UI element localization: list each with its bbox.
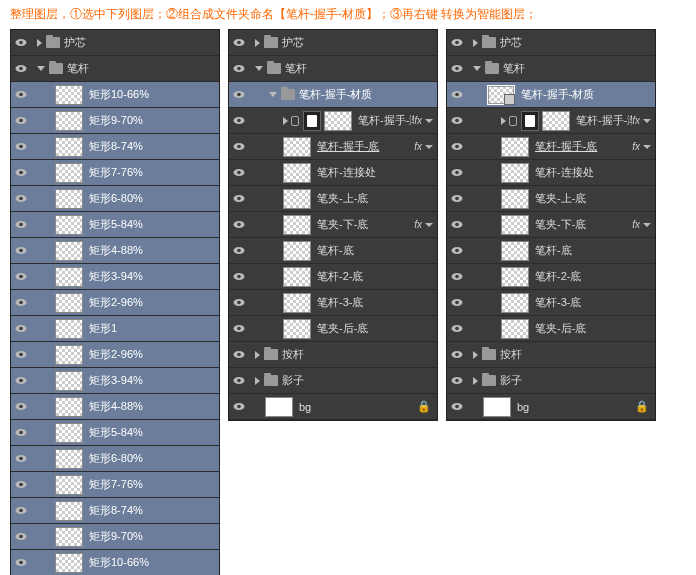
group-row[interactable]: 笔杆 bbox=[447, 56, 655, 82]
group-row[interactable]: 笔杆 bbox=[229, 56, 437, 82]
visibility-toggle[interactable] bbox=[11, 350, 31, 359]
layer-row[interactable]: 矩形3-94% bbox=[11, 368, 219, 394]
visibility-toggle[interactable] bbox=[11, 142, 31, 151]
visibility-toggle[interactable] bbox=[229, 38, 249, 47]
collapse-arrow-icon[interactable] bbox=[473, 66, 481, 71]
fx-chevron-icon[interactable] bbox=[643, 223, 651, 227]
visibility-toggle[interactable] bbox=[229, 402, 249, 411]
group-row-caizhi[interactable]: 笔杆-握手-材质 bbox=[229, 82, 437, 108]
layer-row[interactable]: 笔杆-连接处 bbox=[447, 160, 655, 186]
collapse-arrow-icon[interactable] bbox=[37, 66, 45, 71]
layer-row[interactable]: 矩形10-66% bbox=[11, 82, 219, 108]
group-row[interactable]: 影子 bbox=[229, 368, 437, 394]
expand-arrow-icon[interactable] bbox=[473, 39, 478, 47]
layer-row[interactable]: 矩形6-80% bbox=[11, 186, 219, 212]
visibility-toggle[interactable] bbox=[447, 402, 467, 411]
visibility-toggle[interactable] bbox=[11, 168, 31, 177]
fx-chevron-icon[interactable] bbox=[425, 223, 433, 227]
visibility-toggle[interactable] bbox=[11, 298, 31, 307]
visibility-toggle[interactable] bbox=[229, 272, 249, 281]
expand-arrow-icon[interactable] bbox=[473, 351, 478, 359]
visibility-toggle[interactable] bbox=[11, 454, 31, 463]
visibility-toggle[interactable] bbox=[229, 350, 249, 359]
layer-row[interactable]: 矩形9-70% bbox=[11, 108, 219, 134]
visibility-toggle[interactable] bbox=[447, 324, 467, 333]
visibility-toggle[interactable] bbox=[229, 168, 249, 177]
layer-row[interactable]: 笔夹-后-底 bbox=[229, 316, 437, 342]
layer-row[interactable]: 矩形5-84% bbox=[11, 420, 219, 446]
expand-arrow-icon[interactable] bbox=[255, 377, 260, 385]
visibility-toggle[interactable] bbox=[229, 64, 249, 73]
layer-row[interactable]: 笔杆-握手-底fx bbox=[447, 134, 655, 160]
group-row[interactable]: 按杆 bbox=[229, 342, 437, 368]
expand-arrow-icon[interactable] bbox=[37, 39, 42, 47]
visibility-toggle[interactable] bbox=[229, 116, 249, 125]
collapse-arrow-icon[interactable] bbox=[255, 66, 263, 71]
visibility-toggle[interactable] bbox=[11, 194, 31, 203]
expand-arrow-icon[interactable] bbox=[255, 351, 260, 359]
visibility-toggle[interactable] bbox=[447, 142, 467, 151]
visibility-toggle[interactable] bbox=[229, 194, 249, 203]
layer-row[interactable]: 矩形2-96% bbox=[11, 342, 219, 368]
visibility-toggle[interactable] bbox=[447, 376, 467, 385]
fx-chevron-icon[interactable] bbox=[643, 119, 651, 123]
visibility-toggle[interactable] bbox=[11, 272, 31, 281]
layer-row[interactable]: 笔杆-底 bbox=[447, 238, 655, 264]
layer-row[interactable]: 笔杆-底 bbox=[229, 238, 437, 264]
layer-row[interactable]: 笔杆-3-底 bbox=[229, 290, 437, 316]
layer-row[interactable]: 矩形6-80% bbox=[11, 446, 219, 472]
visibility-toggle[interactable] bbox=[447, 246, 467, 255]
visibility-toggle[interactable] bbox=[229, 324, 249, 333]
layer-row[interactable]: 矩形7-76% bbox=[11, 472, 219, 498]
visibility-toggle[interactable] bbox=[229, 90, 249, 99]
layer-row[interactable]: 矩形9-70% bbox=[11, 524, 219, 550]
visibility-toggle[interactable] bbox=[447, 298, 467, 307]
layer-row[interactable]: 矩形8-74% bbox=[11, 498, 219, 524]
smart-object-row[interactable]: 笔杆-握手-材质 bbox=[447, 82, 655, 108]
collapse-arrow-icon[interactable] bbox=[269, 92, 277, 97]
layer-row[interactable]: 矩形1 bbox=[11, 316, 219, 342]
fx-chevron-icon[interactable] bbox=[425, 145, 433, 149]
layer-row[interactable]: 笔杆-2-底 bbox=[229, 264, 437, 290]
layer-row[interactable]: 笔杆-2-底 bbox=[447, 264, 655, 290]
layer-row[interactable]: 矩形8-74% bbox=[11, 134, 219, 160]
layer-row[interactable]: 笔杆-握手-底fx bbox=[229, 134, 437, 160]
layer-row[interactable]: 笔杆-连接处 bbox=[229, 160, 437, 186]
visibility-toggle[interactable] bbox=[11, 506, 31, 515]
visibility-toggle[interactable] bbox=[229, 220, 249, 229]
layer-row[interactable]: 笔杆-握手-渐变fx bbox=[229, 108, 437, 134]
visibility-toggle[interactable] bbox=[229, 142, 249, 151]
layer-row[interactable]: 笔夹-下-底fx bbox=[229, 212, 437, 238]
visibility-toggle[interactable] bbox=[11, 38, 31, 47]
layer-row[interactable]: 笔杆-握手-渐变fx bbox=[447, 108, 655, 134]
visibility-toggle[interactable] bbox=[11, 90, 31, 99]
fx-chevron-icon[interactable] bbox=[643, 145, 651, 149]
visibility-toggle[interactable] bbox=[229, 298, 249, 307]
visibility-toggle[interactable] bbox=[11, 116, 31, 125]
layer-row[interactable]: 矩形4-88% bbox=[11, 238, 219, 264]
expand-arrow-icon[interactable] bbox=[283, 117, 288, 125]
layer-row[interactable]: 矩形10-66% bbox=[11, 550, 219, 575]
group-row[interactable]: 影子 bbox=[447, 368, 655, 394]
visibility-toggle[interactable] bbox=[447, 168, 467, 177]
bg-layer-row[interactable]: bg 🔒 bbox=[229, 394, 437, 420]
layer-row[interactable]: 矩形5-84% bbox=[11, 212, 219, 238]
group-row[interactable]: 护芯 bbox=[229, 30, 437, 56]
visibility-toggle[interactable] bbox=[447, 220, 467, 229]
layer-row[interactable]: 矩形2-96% bbox=[11, 290, 219, 316]
visibility-toggle[interactable] bbox=[229, 246, 249, 255]
visibility-toggle[interactable] bbox=[447, 38, 467, 47]
visibility-toggle[interactable] bbox=[447, 272, 467, 281]
group-row-bigan[interactable]: 笔杆 bbox=[11, 56, 219, 82]
layer-row[interactable]: 笔夹-下-底fx bbox=[447, 212, 655, 238]
layer-row[interactable]: 矩形7-76% bbox=[11, 160, 219, 186]
bg-layer-row[interactable]: bg 🔒 bbox=[447, 394, 655, 420]
layer-row[interactable]: 笔夹-上-底 bbox=[229, 186, 437, 212]
layer-row[interactable]: 矩形3-94% bbox=[11, 264, 219, 290]
expand-arrow-icon[interactable] bbox=[255, 39, 260, 47]
visibility-toggle[interactable] bbox=[11, 532, 31, 541]
visibility-toggle[interactable] bbox=[11, 402, 31, 411]
layer-row[interactable]: 笔杆-3-底 bbox=[447, 290, 655, 316]
expand-arrow-icon[interactable] bbox=[501, 117, 506, 125]
group-row[interactable]: 按杆 bbox=[447, 342, 655, 368]
